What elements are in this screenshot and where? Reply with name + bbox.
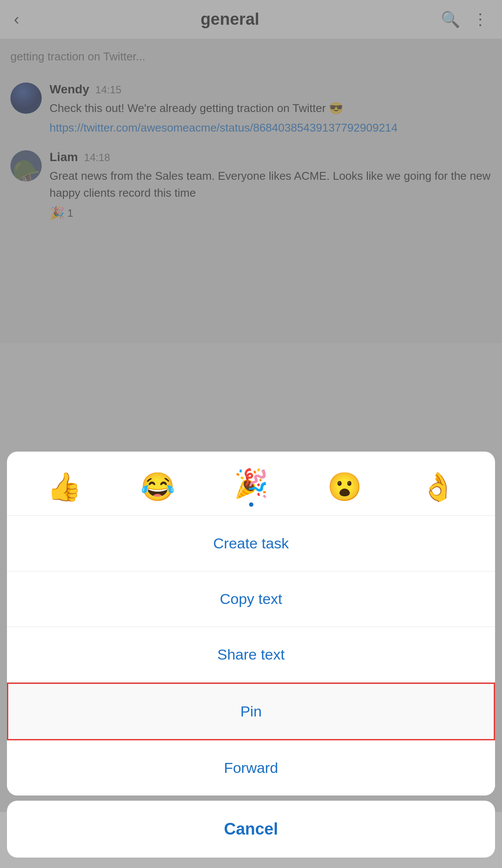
pin-label: Pin bbox=[240, 703, 262, 720]
forward-label: Forward bbox=[224, 759, 278, 776]
cancel-button[interactable]: Cancel bbox=[7, 801, 495, 858]
create-task-button[interactable]: Create task bbox=[7, 516, 495, 571]
emoji-thumbsup[interactable]: 👍 bbox=[47, 471, 82, 503]
copy-text-label: Copy text bbox=[220, 591, 283, 607]
action-sheet: 👍 😂 🎉 😮 👌 Create task bbox=[7, 452, 495, 795]
emoji-party[interactable]: 🎉 bbox=[234, 467, 269, 507]
pin-button[interactable]: Pin bbox=[7, 683, 495, 740]
share-text-label: Share text bbox=[217, 646, 285, 663]
emoji-surprised[interactable]: 😮 bbox=[327, 471, 362, 503]
overlay: 👍 😂 🎉 😮 👌 Create task bbox=[0, 0, 502, 868]
copy-text-button[interactable]: Copy text bbox=[7, 571, 495, 627]
share-text-button[interactable]: Share text bbox=[7, 627, 495, 683]
forward-button[interactable]: Forward bbox=[7, 740, 495, 795]
create-task-label: Create task bbox=[213, 535, 289, 552]
emoji-laugh[interactable]: 😂 bbox=[140, 471, 175, 503]
emoji-ok[interactable]: 👌 bbox=[421, 471, 455, 503]
bottom-sheet-wrapper: 👍 😂 🎉 😮 👌 Create task bbox=[0, 452, 502, 868]
emoji-active-dot bbox=[249, 502, 253, 507]
cancel-label: Cancel bbox=[224, 820, 278, 838]
emoji-row: 👍 😂 🎉 😮 👌 bbox=[7, 452, 495, 516]
